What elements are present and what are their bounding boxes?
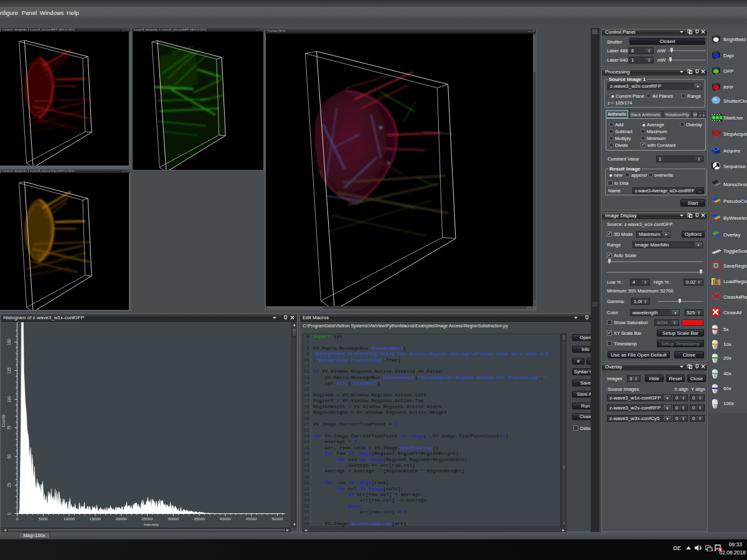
svg-text:50000: 50000 — [271, 517, 283, 521]
svg-text:0: 0 — [7, 512, 11, 515]
svg-text:0: 0 — [16, 517, 19, 521]
svg-text:25: 25 — [7, 483, 11, 487]
svg-text:45000: 45000 — [246, 517, 258, 521]
svg-text:100: 100 — [7, 396, 11, 403]
svg-text:75: 75 — [7, 426, 11, 430]
svg-text:Counts: Counts — [2, 414, 6, 427]
svg-text:40000: 40000 — [220, 517, 232, 521]
svg-text:50: 50 — [7, 454, 11, 459]
svg-text:20000: 20000 — [116, 517, 128, 521]
svg-text:5000: 5000 — [39, 517, 48, 521]
svg-text:Intensity: Intensity — [144, 522, 159, 527]
svg-text:25000: 25000 — [141, 517, 153, 521]
svg-text:10000: 10000 — [63, 517, 75, 521]
svg-text:35000: 35000 — [194, 517, 205, 521]
svg-text:15000: 15000 — [90, 517, 101, 521]
svg-text:125: 125 — [7, 367, 11, 374]
svg-text:150: 150 — [7, 338, 11, 345]
svg-text:30000: 30000 — [167, 517, 179, 521]
